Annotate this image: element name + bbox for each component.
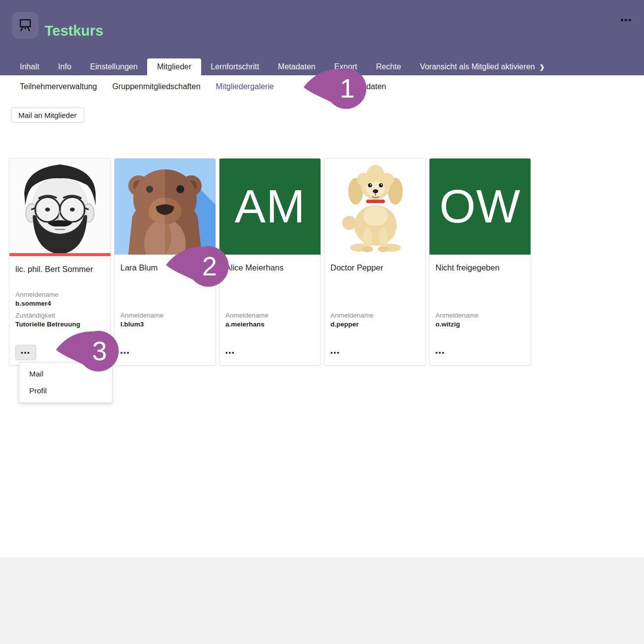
member-photo [9, 159, 110, 253]
member-name: Lara Blum [120, 263, 210, 272]
card-actions: ••• [219, 339, 321, 365]
card-actions: ••• [429, 339, 531, 365]
tab-inhalt[interactable]: Inhalt [10, 58, 49, 75]
poodle-illustration [324, 159, 426, 255]
field-label: Anmeldename [225, 312, 315, 319]
member-gallery: lic. phil. Bert Sommer Anmeldename b.som… [9, 158, 531, 366]
tab-info[interactable]: Info [49, 58, 81, 75]
tab-einstellungen[interactable]: Einstellungen [81, 58, 147, 75]
member-photo: OW [429, 159, 531, 255]
field-value: d.pepper [330, 321, 420, 328]
field-value: l.blum3 [120, 321, 210, 328]
member-card-alice-meierhans[interactable]: AM Alice Meierhans Anmeldename a.meierha… [219, 158, 321, 366]
more-options-button[interactable]: ••• [15, 345, 36, 360]
member-fields: Anmeldename d.pepper [330, 312, 420, 332]
tab-voransicht[interactable]: Voransicht als Mitglied aktivieren ❯ [411, 58, 554, 75]
card-actions: ••• [9, 339, 110, 365]
member-card-doctor-pepper[interactable]: Doctor Pepper Anmeldename d.pepper ••• [324, 158, 426, 366]
chevron-right-icon: ❯ [539, 63, 545, 71]
field-value: b.sommer4 [15, 300, 105, 307]
page-title: Testkurs [45, 23, 104, 39]
member-card-lara-blum[interactable]: Lara Blum Anmeldename l.blum3 ••• [114, 158, 216, 366]
subnav-mitgliedergalerie[interactable]: Mitgliedergalerie [216, 82, 274, 91]
field-label: Anmeldename [330, 312, 420, 319]
coach-role-indicator [9, 253, 110, 256]
more-options-button[interactable]: ••• [225, 349, 235, 356]
member-fields: Anmeldename b.sommer4 Zuständigkeit Tuto… [15, 291, 105, 332]
portrait-man-sketch [9, 159, 110, 253]
preview-label: Voransicht als Mitglied aktivieren [420, 62, 535, 71]
field-value: a.meierhans [225, 321, 315, 328]
tab-export[interactable]: Export [325, 58, 367, 75]
field-label: Zuständigkeit [15, 312, 105, 319]
member-card-nicht-freigegeben[interactable]: OW Nicht freigegeben Anmeldename o.witzi… [429, 158, 531, 366]
whiteboard-icon [17, 17, 34, 34]
initials-avatar: AM [219, 159, 321, 255]
more-options-button[interactable]: ••• [330, 349, 340, 356]
course-header: Testkurs Inhalt Info Einstellungen Mitgl… [0, 0, 644, 75]
tab-rechte[interactable]: Rechte [367, 58, 411, 75]
tab-metadaten[interactable]: Metadaten [268, 58, 325, 75]
card-actions: ••• [324, 339, 426, 365]
initials-avatar: OW [429, 159, 531, 255]
member-fields: Anmeldename a.meierhans [225, 312, 315, 332]
field-value: o.witzig [435, 321, 525, 328]
member-photo [324, 159, 426, 255]
member-fields: Anmeldename l.blum3 [120, 312, 210, 332]
field-label: Anmeldename [120, 312, 210, 319]
tab-lernfortschritt[interactable]: Lernfortschritt [201, 58, 268, 75]
member-name: Nicht freigegeben [435, 263, 525, 272]
subnav-teilnehmerverwaltung[interactable]: Teilnehmerverwaltung [20, 82, 97, 91]
member-card-bert-sommer[interactable]: lic. phil. Bert Sommer Anmeldename b.som… [9, 158, 111, 366]
ellipsis-icon: ••• [21, 349, 31, 356]
more-options-button[interactable]: ••• [120, 349, 130, 356]
bear-illustration [114, 159, 215, 255]
members-subnav: Teilnehmerverwaltung Gruppenmitgliedscha… [0, 75, 644, 98]
card-actions: ••• [114, 339, 215, 365]
context-menu-item-mail[interactable]: Mail [19, 366, 112, 382]
member-photo: AM [219, 159, 321, 255]
field-label: Anmeldename [435, 312, 525, 319]
course-logo [12, 12, 39, 39]
member-name: Doctor Pepper [330, 263, 420, 272]
member-name: lic. phil. Bert Sommer [15, 265, 105, 274]
more-options-button[interactable]: ••• [435, 349, 445, 356]
footer-area [0, 557, 644, 644]
field-label: Anmeldename [15, 291, 105, 298]
context-menu-item-profil[interactable]: Profil [19, 382, 112, 399]
tab-mitglieder[interactable]: Mitglieder [147, 58, 201, 75]
mail-an-mitglieder-button[interactable]: Mail an Mitglieder [11, 107, 84, 123]
member-context-menu: Mail Profil [19, 362, 112, 403]
subnav-gruppenmitgliedschaften[interactable]: Gruppenmitgliedschaften [112, 82, 201, 91]
member-fields: Anmeldename o.witzig [435, 312, 525, 332]
member-name: Alice Meierhans [225, 263, 315, 272]
header-more-options-icon[interactable] [621, 19, 631, 21]
course-tabbar: Inhalt Info Einstellungen Mitglieder Ler… [0, 58, 644, 75]
member-photo [114, 159, 215, 255]
field-value: Tutorielle Betreuung [15, 321, 105, 328]
subnav-teilnehmendendaten[interactable]: Teilnehmendendaten [313, 82, 386, 91]
